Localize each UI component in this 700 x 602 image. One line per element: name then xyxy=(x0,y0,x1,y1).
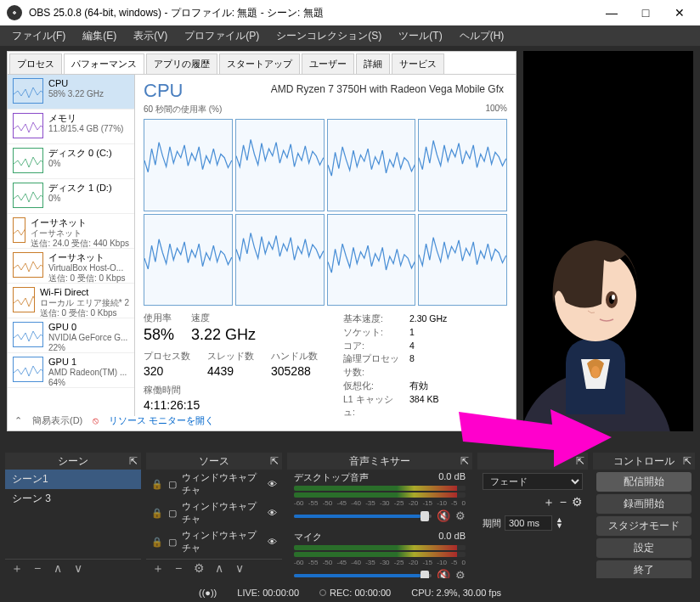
menu-profile[interactable]: プロファイル(P) xyxy=(178,27,266,45)
tm-uptime-label: 稼働時間 xyxy=(144,385,318,397)
channel-name: デスクトップ音声 xyxy=(294,471,369,484)
audio-meter xyxy=(294,492,466,498)
tm-proc-label: プロセス数 xyxy=(144,351,190,363)
menu-edit[interactable]: 編集(E) xyxy=(76,27,123,45)
tm-simpleview-button[interactable]: 簡易表示(D) xyxy=(32,414,82,427)
menu-scenecollection[interactable]: シーンコレクション(S) xyxy=(269,27,388,45)
tm-tab-details[interactable]: 詳細 xyxy=(356,53,390,74)
source-item[interactable]: 🔒▢ウィンドウキャプチャ👁 xyxy=(146,470,282,498)
tm-sock-label: ソケット: xyxy=(343,326,403,340)
scenes-list[interactable]: シーン1シーン 3 xyxy=(5,470,141,559)
control-button-2[interactable]: スタジオモード xyxy=(596,516,692,536)
tm-side-item[interactable]: GPU 0NVIDIA GeForce G...22% xyxy=(8,318,134,353)
menu-help[interactable]: ヘルプ(H) xyxy=(453,27,511,45)
volume-slider[interactable] xyxy=(294,574,432,577)
channel-settings-button[interactable]: ⚙ xyxy=(455,509,466,522)
tm-cpu-graphs xyxy=(144,119,507,306)
rec-label: REC: xyxy=(330,588,352,598)
trans-remove-button[interactable]: − xyxy=(560,495,567,510)
lock-icon[interactable]: 🔒 xyxy=(151,537,163,548)
control-button-3[interactable]: 設定 xyxy=(596,538,692,558)
tm-side-item[interactable]: Wi-Fi Directローカル エリア接続* 2送信: 0 受信: 0 Kbp… xyxy=(8,284,134,318)
source-up-button[interactable]: ∧ xyxy=(211,561,228,577)
menu-view[interactable]: 表示(V) xyxy=(127,27,174,45)
tm-main: CPU AMD Ryzen 7 3750H with Radeon Vega M… xyxy=(135,75,516,416)
close-button[interactable]: ✕ xyxy=(673,6,686,20)
volume-slider[interactable] xyxy=(294,515,432,518)
chevron-icon: ⌃ xyxy=(14,415,22,426)
control-button-1[interactable]: 録画開始 xyxy=(596,494,692,514)
add-source-button[interactable]: ＋ xyxy=(150,561,167,577)
tm-base-label: 基本速度: xyxy=(343,312,403,326)
mute-button[interactable]: 🔇 xyxy=(437,569,450,578)
sources-title: ソース xyxy=(199,454,229,469)
control-button-0[interactable]: 配信開始 xyxy=(596,472,692,492)
popup-icon[interactable]: ⇱ xyxy=(460,455,469,467)
tm-cpu-graph xyxy=(235,214,325,307)
tm-tab-startup[interactable]: スタートアップ xyxy=(219,53,300,74)
tm-tab-processes[interactable]: プロセス xyxy=(9,53,62,74)
maximize-button[interactable]: □ xyxy=(639,6,652,20)
scene-up-button[interactable]: ∧ xyxy=(49,561,66,577)
menu-file[interactable]: ファイル(F) xyxy=(5,27,72,45)
scene-item[interactable]: シーン1 xyxy=(5,470,141,489)
lock-icon[interactable]: 🔒 xyxy=(151,508,163,519)
preview-area[interactable] xyxy=(523,51,693,431)
transition-select[interactable]: フェード xyxy=(483,473,583,490)
scene-down-button[interactable]: ∨ xyxy=(70,561,87,577)
tm-side-item[interactable]: GPU 1AMD Radeon(TM) ...64% xyxy=(8,353,134,388)
prohibit-icon: ⦸ xyxy=(93,415,99,426)
statusbar: ((●)) LIVE: 00:00:00 REC: 00:00:00 CPU: … xyxy=(0,583,700,602)
tm-side-item[interactable]: イーサネットイーサネット送信: 24.0 受信: 440 Kbps xyxy=(8,214,134,249)
tm-tab-services[interactable]: サービス xyxy=(392,53,444,74)
trans-add-button[interactable]: ＋ xyxy=(543,495,555,510)
eye-icon[interactable]: 👁 xyxy=(268,508,277,518)
tm-side-item[interactable]: ディスク 1 (D:)0% xyxy=(8,179,134,214)
tm-tab-performance[interactable]: パフォーマンス xyxy=(64,53,144,74)
tm-l1-value: 384 KB xyxy=(409,393,438,417)
lock-icon[interactable]: 🔒 xyxy=(151,479,163,490)
popup-icon[interactable]: ⇱ xyxy=(576,455,584,467)
tm-side-item[interactable]: CPU58% 3.22 GHz xyxy=(8,75,134,110)
tm-side-item[interactable]: メモリ11.8/15.4 GB (77%) xyxy=(8,110,134,144)
tm-proc-value: 320 xyxy=(144,364,190,378)
tm-side-item[interactable]: イーサネットVirtualBox Host-O...送信: 0 受信: 0 Kb… xyxy=(8,249,134,284)
eye-icon[interactable]: 👁 xyxy=(268,479,277,489)
minimize-button[interactable]: — xyxy=(605,6,618,20)
eye-icon[interactable]: 👁 xyxy=(268,537,277,547)
avatar-character xyxy=(515,194,676,431)
sources-list[interactable]: 🔒▢ウィンドウキャプチャ👁🔒▢ウィンドウキャプチャ👁🔒▢ウィンドウキャプチャ👁 xyxy=(146,470,282,559)
stepper-icon[interactable]: ▲▼ xyxy=(556,517,563,529)
duration-input[interactable] xyxy=(505,515,552,531)
source-item[interactable]: 🔒▢ウィンドウキャプチャ👁 xyxy=(146,498,282,527)
channel-settings-button[interactable]: ⚙ xyxy=(455,569,466,578)
source-down-button[interactable]: ∨ xyxy=(231,561,248,577)
remove-source-button[interactable]: − xyxy=(170,561,187,577)
add-scene-button[interactable]: ＋ xyxy=(8,561,25,577)
window-title: OBS 25.0.8 (64-bit, windows) - プロファイル: 無… xyxy=(29,6,605,20)
rec-time: 00:00:00 xyxy=(354,588,391,598)
popup-icon[interactable]: ⇱ xyxy=(129,455,138,467)
popup-icon[interactable]: ⇱ xyxy=(270,455,279,467)
mixer-body: デスクトップ音声0.0 dB -60-55-50-45-40-35-30-25-… xyxy=(287,470,472,578)
popup-icon[interactable]: ⇱ xyxy=(683,455,692,467)
scenes-title: シーン xyxy=(58,454,88,469)
sources-panel: ソース⇱ 🔒▢ウィンドウキャプチャ👁🔒▢ウィンドウキャプチャ👁🔒▢ウィンドウキャ… xyxy=(146,453,282,578)
mixer-title: 音声ミキサー xyxy=(349,454,410,469)
tm-tab-users[interactable]: ユーザー xyxy=(302,53,354,74)
svg-point-1 xyxy=(591,366,600,378)
trans-settings-button[interactable]: ⚙ xyxy=(572,495,583,510)
control-button-4[interactable]: 終了 xyxy=(596,560,692,578)
remove-scene-button[interactable]: − xyxy=(29,561,46,577)
tm-cpu-graph xyxy=(418,214,507,307)
mute-button[interactable]: 🔇 xyxy=(437,509,450,522)
tm-resmon-link[interactable]: リソース モニターを開く xyxy=(109,414,214,427)
tm-side-item[interactable]: ディスク 0 (C:)0% xyxy=(8,144,134,179)
tm-speed-value: 3.22 GHz xyxy=(191,326,256,344)
tm-tab-apphistory[interactable]: アプリの履歴 xyxy=(146,53,217,74)
scene-item[interactable]: シーン 3 xyxy=(5,489,141,509)
source-props-button[interactable]: ⚙ xyxy=(190,561,207,577)
tm-sidebar[interactable]: CPU58% 3.22 GHzメモリ11.8/15.4 GB (77%)ディスク… xyxy=(8,75,135,416)
menu-tools[interactable]: ツール(T) xyxy=(392,27,449,45)
source-item[interactable]: 🔒▢ウィンドウキャプチャ👁 xyxy=(146,527,282,556)
